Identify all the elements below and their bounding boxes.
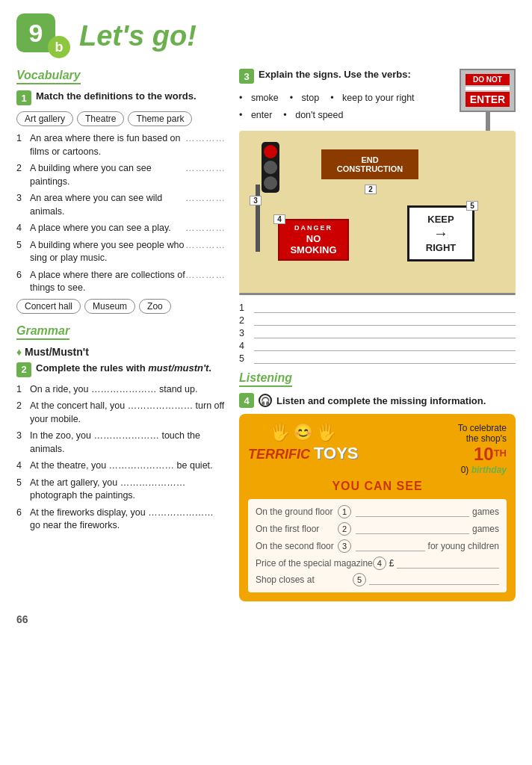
verb-enter: enter (251, 110, 273, 120)
answer-lines: 1 2 3 4 5 (239, 303, 516, 364)
floor-circle-1: 1 (338, 505, 351, 518)
floor-label-2: On the first floor (256, 524, 338, 534)
keep-right-line2: RIGHT (417, 242, 465, 253)
listening-title: Listening (239, 371, 292, 387)
close-label: Shop closes at (256, 574, 353, 585)
listening-section: Listening 4 🎧 Listen and complete the mi… (239, 371, 516, 601)
chip-art-gallery: Art gallery (16, 111, 73, 126)
exercise2-header: 2 Complete the rules with must/mustn't. (16, 362, 226, 377)
birthday-info: To celebrate the shop's 10TH 0) birthday (458, 423, 507, 475)
price-row: Price of the special magazine 4 £ (256, 557, 499, 570)
price-circle: 4 (373, 557, 386, 570)
no-smoking-sign: DANGER NO SMOKING (278, 219, 349, 261)
dne-bar (466, 87, 510, 90)
grammar-list: 1 On a ride, you ………………… stand up. 2 At … (16, 383, 226, 533)
floor-row-2: On the first floor 2 games (256, 522, 499, 536)
verb-stop: stop (302, 93, 320, 103)
list-item: 2 A building where you can see paintings… (16, 162, 226, 188)
celebrate-text: To celebrate (458, 423, 507, 433)
toys-box: 🖐 😊 🖐 TERRIFIC TOYS To celebrate the sho… (239, 414, 516, 601)
exercise1-header: 1 Match the definitions to the words. (16, 90, 226, 105)
list-item: 3 An area where you can see wild animals… (16, 192, 226, 218)
list-item: 1 An area where there is fun based on fi… (16, 132, 226, 158)
grammar-title: Grammar (16, 324, 69, 340)
floor-suffix-1: games (472, 507, 499, 517)
unit-badge: 9 b (16, 13, 70, 58)
ex1-number: 1 (16, 90, 31, 105)
grammar-section: Grammar ♦ Must/Mustn't 2 Complete the ru… (16, 324, 226, 533)
ex4-instruction: Listen and complete the missing informat… (276, 395, 486, 406)
top-word-chips: Art gallery Theatre Theme park (16, 111, 226, 126)
keep-right-arrow: → (417, 225, 465, 242)
no-smoking-text: NO SMOKING (285, 233, 341, 255)
ex1-instruction: Match the definitions to the words. (36, 90, 197, 102)
floor-suffix-3: for young children (428, 541, 499, 551)
traffic-light (262, 142, 279, 193)
floor-circle-2: 2 (338, 522, 351, 536)
verb-keep-right: keep to your right (342, 93, 415, 103)
list-item: 4 A place where you can see a play. ………… (16, 222, 226, 235)
page-number: 66 (16, 613, 516, 625)
ex2-instruction: Complete the rules with must/mustn't. (36, 362, 211, 374)
page-title: Let's go! (79, 20, 197, 52)
sign-num-2: 2 (365, 185, 377, 194)
signs-image-area: 3 END CONSTRUCTION 2 KEEP → RIGHT 5 DANG… (239, 131, 516, 295)
pound-symbol: £ (389, 558, 395, 569)
end-construction-sign: END CONSTRUCTION (321, 149, 418, 179)
toys-text: TOYS (314, 444, 359, 462)
ex4-number: 4 (239, 393, 254, 408)
traffic-pole (256, 185, 260, 252)
grammar-rule: ♦ Must/Mustn't (16, 346, 226, 358)
ex3-instruction: Explain the signs. Use the verbs: (259, 69, 411, 80)
answer-line-1: 1 (239, 303, 516, 313)
answer-line-3: 3 (239, 328, 516, 338)
unit-sub: b (48, 36, 70, 58)
danger-text: DANGER (285, 224, 341, 232)
list-item: 4 At the theatre, you ………………… be quiet. (16, 459, 226, 473)
floor-label-3: On the second floor (256, 541, 338, 551)
hand-left-icon: 🖐 (270, 423, 290, 442)
list-item: 2 At the concert hall, you ………………… turn … (16, 400, 226, 426)
terrific-text: TERRIFIC (248, 447, 310, 462)
verb-smoke: smoke (251, 93, 279, 103)
birthday-word: birthday (471, 465, 507, 475)
main-layout: Vocabulary 1 Match the definitions to th… (16, 69, 516, 601)
keep-right-line1: KEEP (417, 214, 465, 225)
keep-right-sign: KEEP → RIGHT (407, 205, 474, 261)
floor-table: On the ground floor 1 games On the first… (248, 499, 507, 592)
close-row: Shop closes at 5 (256, 573, 499, 586)
close-circle: 5 (353, 573, 366, 586)
answer-line-2: 2 (239, 315, 516, 326)
ex2-number: 2 (16, 362, 31, 377)
headphone-icon: 🎧 (259, 394, 272, 407)
answer-line-5: 5 (239, 353, 516, 364)
list-item: 5 A building where you see people who si… (16, 239, 226, 265)
list-item: 1 On a ride, you ………………… stand up. (16, 383, 226, 397)
answer-line-4: 4 (239, 341, 516, 351)
list-item: 6 A place where there are collections of… (16, 269, 226, 295)
dne-line1: DO NOT (466, 74, 510, 85)
list-item: 5 At the art gallery, you ………………… photog… (16, 477, 226, 503)
you-can-see-heading: YOU CAN SEE (248, 480, 507, 493)
tl-red-light (264, 145, 277, 158)
left-column: Vocabulary 1 Match the definitions to th… (16, 69, 226, 601)
birthday-number: 10TH (458, 444, 507, 465)
hand-right-icon: 🖐 (316, 423, 336, 442)
floor-row-3: On the second floor 3 for young children (256, 539, 499, 553)
right-column: DO NOT ENTER 1 3 Explain the signs. Use … (239, 69, 516, 601)
exercise4-header: 4 🎧 Listen and complete the missing info… (239, 393, 516, 408)
birthday-prefix: 0) birthday (458, 465, 507, 475)
dne-line2: ENTER (466, 92, 510, 107)
floor-row-1: On the ground floor 1 games (256, 505, 499, 518)
verb-dont-speed: don't speed (295, 110, 343, 120)
floor-label-1: On the ground floor (256, 507, 338, 517)
chip-zoo: Zoo (139, 299, 171, 314)
floor-circle-3: 3 (338, 539, 351, 553)
chip-theatre: Theatre (77, 111, 124, 126)
brand-name: TERRIFIC TOYS (248, 444, 359, 463)
tl-green-light (264, 176, 277, 190)
vocabulary-title: Vocabulary (16, 69, 81, 84)
definitions-list: 1 An area where there is fun based on fi… (16, 132, 226, 295)
ex3-number: 3 (239, 69, 254, 84)
ex2-italic: must/mustn't (148, 362, 208, 374)
